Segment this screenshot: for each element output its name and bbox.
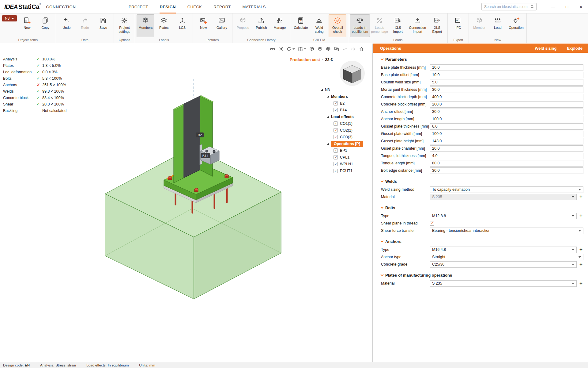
- new-button[interactable]: New: [18, 14, 36, 37]
- tree-item-co3-3[interactable]: ✓CO3(3): [320, 134, 372, 140]
- solid-cube-icon[interactable]: [325, 45, 332, 53]
- tree-item-checkbox[interactable]: ✓: [334, 148, 338, 153]
- lcs-button[interactable]: LCS: [173, 14, 191, 37]
- tree-item-wpln1[interactable]: ✓WPLN1: [320, 161, 372, 167]
- shear-plane-in-thread-checkbox[interactable]: ✓: [430, 221, 434, 226]
- member-label-b14[interactable]: B14: [201, 153, 210, 158]
- weld-sizing-button[interactable]: Weld sizing: [535, 46, 556, 51]
- anchor-length-mm-input[interactable]: [430, 116, 583, 122]
- xls-export-button[interactable]: XLSXLS Export: [428, 14, 446, 37]
- tree-group-label[interactable]: Operations [P]: [331, 141, 363, 147]
- anchor-type-select[interactable]: Straight: [430, 254, 583, 260]
- wireframe-cube-icon[interactable]: [308, 45, 315, 53]
- add-type-button[interactable]: +: [579, 213, 583, 218]
- tree-item-bp1[interactable]: ✓BP1: [320, 147, 372, 154]
- tongue-length-mm-input[interactable]: [430, 160, 583, 167]
- weld-sizing-button[interactable]: Weld sizing: [310, 14, 328, 37]
- shear-force-transfer-select[interactable]: Bearing - tension/shear interaction: [430, 228, 583, 234]
- loads-in-equilibrium-button[interactable]: Loads in equilibrium: [350, 14, 370, 37]
- manage-button[interactable]: Manage: [271, 14, 288, 37]
- connection-import-button[interactable]: Connection Import: [407, 14, 428, 37]
- type-select[interactable]: M16 4.8: [430, 247, 577, 253]
- 3d-viewport[interactable]: B2 B14 Analysis✓100.0%Plates✓1.3 < 5.0%L…: [0, 44, 372, 362]
- load-button[interactable]: Load: [489, 14, 507, 37]
- base-plate-thickness-mm-input[interactable]: [430, 64, 583, 71]
- add-material-button[interactable]: +: [579, 194, 583, 199]
- tree-item-b14[interactable]: ✓B14: [320, 107, 372, 113]
- tree-item-label[interactable]: CPL1: [340, 155, 349, 159]
- tree-item-label[interactable]: BP1: [340, 148, 347, 153]
- tongue-lid-thickness-mm-input[interactable]: [430, 153, 583, 159]
- tree-item-b2[interactable]: ✓B2: [320, 100, 372, 107]
- add-type-button[interactable]: +: [579, 247, 583, 252]
- tree-item-label[interactable]: B14: [340, 108, 347, 112]
- tree-item-checkbox[interactable]: ✓: [334, 169, 338, 173]
- add-material-button[interactable]: +: [579, 281, 583, 286]
- column-member[interactable]: [174, 95, 213, 183]
- tree-item-cpl1[interactable]: ✓CPL1: [320, 154, 372, 161]
- calculate-button[interactable]: Calculate: [292, 14, 310, 37]
- material-select[interactable]: S 235: [430, 280, 577, 287]
- tab-check[interactable]: CHECK: [187, 0, 202, 13]
- publish-button[interactable]: Publish: [252, 14, 270, 37]
- section-header-bolts[interactable]: Bolts: [381, 205, 583, 210]
- gallery-button[interactable]: Gallery: [213, 14, 231, 37]
- project-item-selector[interactable]: N3: [2, 15, 17, 21]
- clip-box-icon[interactable]: [297, 45, 307, 53]
- chevron-down-icon[interactable]: [292, 48, 295, 50]
- tab-report[interactable]: REPORT: [213, 0, 231, 13]
- tree-item-checkbox[interactable]: ✓: [334, 121, 338, 126]
- members-button[interactable]: Members: [137, 14, 154, 37]
- project-settings-button[interactable]: Project settings: [115, 14, 133, 37]
- mortar-joint-thickness-mm-input[interactable]: [430, 86, 583, 93]
- tree-item-co1-1[interactable]: ✓CO1(1): [320, 120, 372, 127]
- section-header-plates-of-manufacturing-operations[interactable]: Plates of manufacturing operations: [381, 273, 583, 278]
- section-header-welds[interactable]: Welds: [381, 179, 583, 184]
- operation-button[interactable]: Operation: [507, 14, 525, 37]
- tab-design[interactable]: DESIGN: [160, 0, 175, 13]
- section-header-parameters[interactable]: Parameters: [381, 57, 583, 62]
- member-label-b2[interactable]: B2: [196, 132, 204, 137]
- chevron-down-icon[interactable]: [304, 48, 306, 50]
- tree-expand-icon[interactable]: [327, 96, 329, 98]
- add-concrete-grade-button[interactable]: +: [579, 262, 583, 267]
- anchor-offset-mm-input[interactable]: [430, 109, 583, 115]
- tab-project[interactable]: PROJECT: [129, 0, 148, 13]
- close-button[interactable]: ✕: [574, 0, 588, 13]
- orbit-icon[interactable]: [285, 45, 296, 53]
- column-weld-size-mm-input[interactable]: [430, 79, 583, 86]
- concrete-block-depth-mm-input[interactable]: [430, 94, 583, 100]
- tree-item-label[interactable]: CO1(1): [340, 121, 352, 126]
- copy-button[interactable]: Copy: [36, 14, 54, 37]
- tree-item-checkbox[interactable]: ✓: [334, 128, 338, 132]
- bolt-edge-distance-mm-input[interactable]: [430, 167, 583, 174]
- tree-item-label[interactable]: PCUT1: [340, 169, 352, 173]
- base-plate-offset-mm-input[interactable]: [430, 72, 583, 78]
- gusset-plate-thickness-mm-input[interactable]: [430, 123, 583, 130]
- minimize-button[interactable]: —: [546, 0, 560, 13]
- weld-sizing-method-select[interactable]: To capacity estimation: [430, 186, 583, 193]
- save-button[interactable]: Save: [94, 14, 112, 37]
- tree-item-checkbox[interactable]: ✓: [334, 108, 338, 112]
- undo-button[interactable]: Undo: [58, 14, 75, 37]
- tree-item-label[interactable]: WPLN1: [340, 162, 353, 166]
- tab-materials[interactable]: MATERIALS: [243, 0, 266, 13]
- ifc-button[interactable]: IFCIFC: [449, 14, 467, 37]
- overall-check-button[interactable]: Overall check: [329, 14, 346, 37]
- transparent-cube-icon[interactable]: [316, 45, 324, 53]
- search-input[interactable]: [484, 4, 530, 9]
- concrete-block-offset-mm-input[interactable]: [430, 101, 583, 108]
- gusset-plate-width-mm-input[interactable]: [430, 131, 583, 137]
- tree-expand-icon[interactable]: [321, 89, 323, 91]
- type-select[interactable]: M12 8.8: [430, 213, 577, 219]
- tree-group-label[interactable]: Load effects: [331, 115, 354, 119]
- xls-import-button[interactable]: XLSXLS Import: [389, 14, 407, 37]
- tree-item-co2-2[interactable]: ✓CO2(2): [320, 127, 372, 134]
- tree-item-checkbox[interactable]: ✓: [334, 135, 338, 139]
- gusset-plate-height-mm-input[interactable]: [430, 138, 583, 144]
- tree-group-label[interactable]: Members: [331, 94, 348, 99]
- tree-item-label[interactable]: CO2(2): [340, 128, 352, 132]
- tree-root-label[interactable]: N3: [325, 88, 330, 92]
- dimensions-icon[interactable]: [269, 45, 276, 53]
- tree-item-label[interactable]: B2: [340, 101, 345, 105]
